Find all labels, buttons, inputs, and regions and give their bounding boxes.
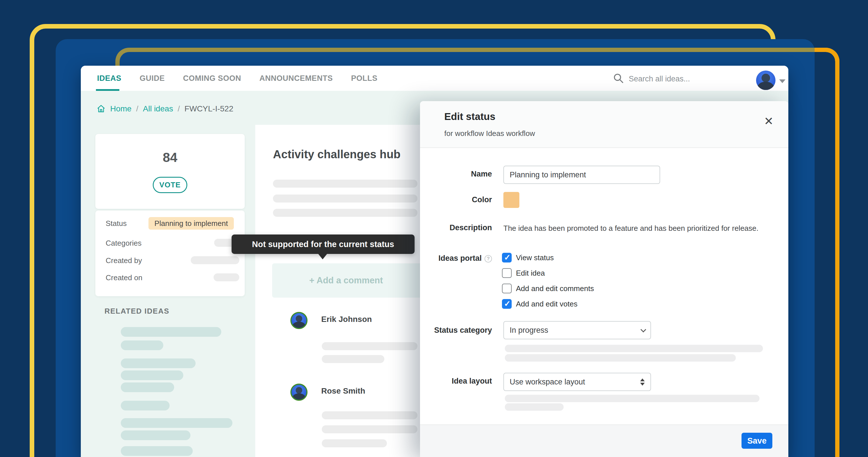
checkbox-icon[interactable] [502, 299, 512, 309]
tab-ideas[interactable]: IDEAS [97, 74, 121, 83]
description-skeleton [273, 209, 417, 217]
vote-button[interactable]: VOTE [153, 177, 187, 193]
comment-skeleton [322, 439, 387, 447]
breadcrumb-current-idea: FWCYL-I-522 [184, 104, 233, 113]
tab-announcements[interactable]: ANNOUNCEMENTS [259, 74, 333, 83]
ideas-portal-label: Ideas portal? [420, 254, 492, 263]
add-comment-link[interactable]: + Add a comment [272, 263, 420, 298]
modal-footer: Save [420, 424, 788, 457]
modal-skeleton [505, 354, 736, 362]
home-icon[interactable] [96, 104, 106, 113]
tab-polls[interactable]: POLLS [351, 74, 378, 83]
status-category-select[interactable]: In progress [503, 321, 651, 339]
related-skeleton [121, 401, 169, 410]
checkbox-icon[interactable] [502, 253, 512, 263]
checkbox-edit-idea[interactable]: Edit idea [502, 268, 545, 278]
commenter-name: Rose Smith [321, 387, 365, 396]
commenter-avatar [290, 384, 308, 401]
related-skeleton [121, 430, 190, 440]
description-skeleton [273, 194, 417, 203]
checkbox-add-edit-votes[interactable]: Add and edit votes [502, 299, 577, 309]
decor-orange-frame-corner [815, 48, 839, 133]
breadcrumb-separator: / [136, 104, 138, 113]
modal-skeleton [505, 345, 763, 352]
created-by-label: Created by [106, 256, 142, 265]
related-ideas-title: RELATED IDEAS [104, 307, 169, 315]
edit-status-modal: Edit status for workflow Ideas workflow … [420, 101, 788, 457]
comment-skeleton [322, 425, 417, 433]
created-on-skeleton [214, 273, 239, 281]
save-button[interactable]: Save [742, 433, 772, 449]
checkbox-icon[interactable] [502, 284, 512, 293]
help-icon[interactable]: ? [485, 255, 492, 263]
search-placeholder-text[interactable]: Search all ideas... [629, 74, 690, 83]
status-label: Status [106, 219, 127, 228]
modal-title: Edit status [444, 111, 495, 122]
idea-details-card: Status Planning to implement Categories … [95, 211, 245, 296]
status-tooltip: Not supported for the current status [231, 235, 414, 254]
breadcrumb-home[interactable]: Home [110, 104, 132, 113]
search-icon [613, 72, 624, 85]
description-value: The idea has been promoted to a feature … [503, 224, 777, 233]
breadcrumb-all-ideas[interactable]: All ideas [143, 104, 173, 113]
color-label: Color [420, 195, 492, 204]
color-swatch[interactable] [503, 192, 519, 208]
modal-skeleton [505, 395, 760, 402]
related-skeleton [121, 446, 193, 456]
user-avatar[interactable] [756, 70, 775, 90]
name-label: Name [420, 170, 492, 179]
page-canvas: IDEAS GUIDE COMING SOON ANNOUNCEMENTS PO… [0, 0, 868, 457]
tab-guide[interactable]: GUIDE [140, 74, 165, 83]
comment-skeleton [322, 355, 384, 363]
vote-count: 84 [95, 150, 245, 165]
user-menu-caret-icon[interactable] [779, 80, 785, 83]
checkbox-add-edit-comments[interactable]: Add and edit comments [502, 284, 594, 293]
avatar-silhouette [762, 74, 770, 82]
tab-coming-soon[interactable]: COMING SOON [183, 74, 241, 83]
status-badge: Planning to implement [149, 217, 234, 230]
description-skeleton [273, 180, 417, 188]
active-tab-underline [96, 89, 119, 91]
breadcrumb: Home / All ideas / FWCYL-I-522 [96, 104, 233, 113]
name-field[interactable] [503, 166, 660, 184]
related-skeleton [121, 370, 183, 380]
modal-subtitle: for workflow Ideas workflow [444, 129, 535, 138]
related-skeleton [121, 383, 174, 392]
categories-label: Categories [106, 239, 142, 248]
search-area[interactable]: Search all ideas... [613, 72, 690, 85]
related-skeleton [121, 359, 195, 368]
related-skeleton [121, 340, 163, 350]
idea-layout-label: Idea layout [420, 377, 492, 386]
modal-skeleton [505, 403, 564, 411]
description-label: Description [420, 223, 492, 232]
nav-tabs: IDEAS GUIDE COMING SOON ANNOUNCEMENTS PO… [97, 66, 377, 91]
modal-header: Edit status for workflow Ideas workflow … [420, 101, 788, 148]
close-icon[interactable]: ✕ [764, 115, 774, 127]
breadcrumb-separator: / [178, 104, 180, 113]
checkbox-icon[interactable] [502, 268, 512, 278]
chevron-down-icon [641, 327, 646, 332]
tooltip-arrow [318, 253, 328, 260]
created-by-skeleton [191, 256, 239, 264]
stepper-icon [640, 378, 645, 386]
idea-layout-select[interactable]: Use workspace layout [503, 373, 651, 391]
idea-title: Activity challenges hub [273, 148, 401, 161]
related-skeleton [121, 418, 232, 428]
comment-skeleton [322, 342, 417, 350]
checkbox-view-status[interactable]: View status [502, 253, 554, 263]
commenter-name: Erik Johnson [321, 315, 372, 324]
related-skeleton [121, 327, 221, 337]
vote-card: 84 VOTE [95, 134, 245, 209]
commenter-avatar [290, 312, 308, 329]
created-on-label: Created on [106, 273, 143, 282]
comment-skeleton [322, 411, 417, 419]
top-nav-bar: IDEAS GUIDE COMING SOON ANNOUNCEMENTS PO… [81, 66, 788, 91]
status-category-label: Status category [420, 326, 492, 335]
